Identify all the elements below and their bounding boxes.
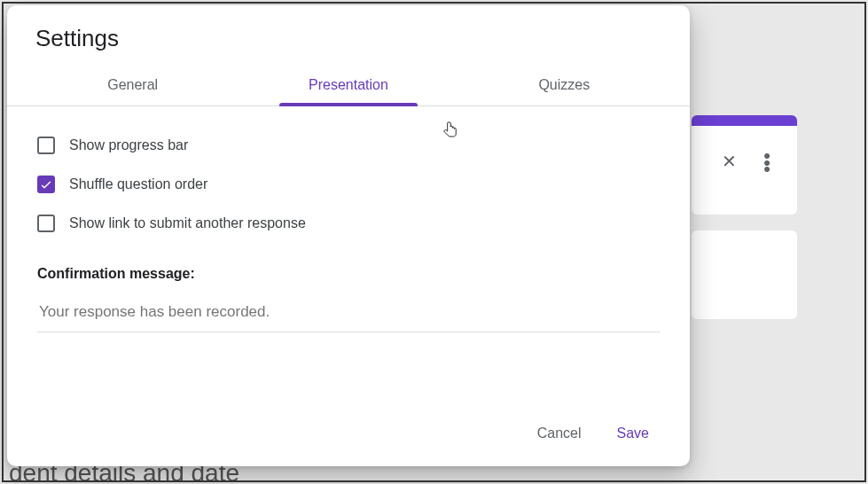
- background-form-accent: [692, 115, 797, 126]
- check-icon: [39, 177, 53, 191]
- more-vert-icon: •••: [763, 152, 770, 173]
- tab-presentation[interactable]: Presentation: [240, 65, 456, 105]
- settings-modal: Settings General Presentation Quizzes Sh…: [7, 5, 690, 466]
- cancel-button[interactable]: Cancel: [525, 417, 594, 450]
- modal-body: Show progress bar Shuffle question order…: [7, 106, 690, 410]
- checkbox-shuffle-question-order[interactable]: [37, 176, 55, 193]
- modal-title: Settings: [7, 25, 690, 65]
- option-show-progress-bar: Show progress bar: [37, 126, 660, 165]
- save-button[interactable]: Save: [605, 417, 661, 450]
- close-icon: ✕: [722, 152, 737, 170]
- checkbox-show-progress-bar[interactable]: [37, 137, 55, 154]
- tab-bar: General Presentation Quizzes: [7, 65, 690, 106]
- option-label: Show link to submit another response: [69, 215, 306, 231]
- option-show-another-response-link: Show link to submit another response: [37, 204, 660, 243]
- background-form-card-2: [692, 230, 797, 319]
- confirmation-message-input[interactable]: [37, 298, 660, 332]
- option-shuffle-question-order: Shuffle question order: [37, 165, 660, 204]
- tab-general[interactable]: General: [25, 65, 240, 105]
- confirmation-label: Confirmation message:: [37, 266, 660, 282]
- modal-footer: Cancel Save: [7, 410, 690, 456]
- background-form-card: ✕ •••: [692, 126, 797, 215]
- option-label: Shuffle question order: [69, 176, 207, 192]
- tab-quizzes[interactable]: Quizzes: [457, 65, 672, 105]
- option-label: Show progress bar: [69, 137, 188, 153]
- checkbox-show-another-response-link[interactable]: [37, 215, 55, 232]
